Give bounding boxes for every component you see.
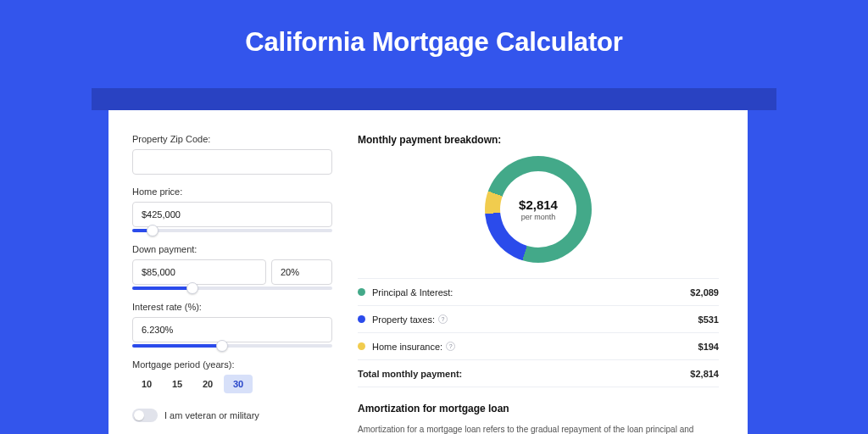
veteran-row: I am veteran or military: [132, 409, 332, 422]
donut-chart: $2,814 per month: [485, 156, 592, 263]
legend-row-insurance: Home insurance: ? $194: [358, 333, 719, 360]
donut-amount: $2,814: [519, 198, 558, 212]
form-column: Property Zip Code: Home price: Down paym…: [132, 134, 332, 434]
legend-row-total: Total monthly payment: $2,814: [358, 360, 719, 387]
interest-rate-slider[interactable]: [132, 344, 332, 348]
period-button-group: 10 15 20 30: [132, 375, 332, 393]
veteran-label: I am veteran or military: [164, 410, 259, 420]
home-price-input[interactable]: [132, 202, 332, 227]
legend-row-principal: Principal & Interest: $2,089: [358, 279, 719, 306]
total-label: Total monthly payment:: [358, 369, 462, 379]
veteran-toggle[interactable]: [132, 409, 158, 422]
amortization-section: Amortization for mortgage loan Amortizat…: [358, 403, 719, 434]
results-column: Monthly payment breakdown: $2,814 per mo…: [358, 134, 719, 434]
period-button-15[interactable]: 15: [163, 375, 192, 393]
period-button-30[interactable]: 30: [224, 375, 253, 393]
legend: Principal & Interest: $2,089 Property ta…: [358, 278, 719, 387]
field-home-price: Home price:: [132, 186, 332, 232]
breakdown-title: Monthly payment breakdown:: [358, 134, 719, 146]
page-title: California Mortgage Calculator: [0, 0, 868, 58]
slider-thumb[interactable]: [186, 282, 198, 294]
down-payment-percent-input[interactable]: [271, 259, 332, 285]
total-value: $2,814: [690, 369, 719, 379]
field-interest-rate: Interest rate (%):: [132, 302, 332, 348]
amortization-text: Amortization for a mortgage loan refers …: [358, 423, 719, 434]
dot-icon: [358, 342, 365, 350]
amortization-title: Amortization for mortgage loan: [358, 403, 719, 415]
field-down-payment: Down payment:: [132, 244, 332, 290]
donut-chart-wrap: $2,814 per month: [358, 156, 719, 263]
legend-value: $531: [698, 314, 719, 325]
home-price-slider[interactable]: [132, 229, 332, 232]
help-icon[interactable]: ?: [438, 314, 448, 324]
mortgage-period-label: Mortgage period (years):: [132, 359, 332, 370]
zip-label: Property Zip Code:: [132, 134, 332, 144]
legend-label: Home insurance:: [372, 342, 442, 352]
down-payment-amount-input[interactable]: [132, 259, 266, 285]
period-button-20[interactable]: 20: [193, 375, 222, 393]
legend-value: $2,089: [690, 287, 719, 298]
toggle-knob: [134, 410, 144, 420]
interest-rate-label: Interest rate (%):: [132, 302, 332, 312]
interest-rate-input[interactable]: [132, 317, 332, 342]
slider-thumb[interactable]: [216, 340, 228, 352]
dot-icon: [358, 288, 365, 296]
legend-value: $194: [698, 342, 719, 352]
donut-center: $2,814 per month: [500, 171, 576, 248]
donut-sublabel: per month: [521, 213, 556, 221]
down-payment-label: Down payment:: [132, 244, 332, 254]
home-price-label: Home price:: [132, 186, 332, 197]
dot-icon: [358, 315, 365, 323]
page-root: California Mortgage Calculator Property …: [0, 0, 868, 434]
slider-thumb[interactable]: [147, 225, 159, 236]
calculator-card: Property Zip Code: Home price: Down paym…: [108, 110, 748, 434]
field-mortgage-period: Mortgage period (years): 10 15 20 30: [132, 359, 332, 393]
field-zip: Property Zip Code:: [132, 134, 332, 175]
legend-row-taxes: Property taxes: ? $531: [358, 306, 719, 333]
period-button-10[interactable]: 10: [132, 375, 161, 393]
down-payment-slider[interactable]: [132, 287, 332, 290]
zip-input[interactable]: [132, 149, 332, 175]
decorative-band: [92, 88, 776, 110]
help-icon[interactable]: ?: [446, 342, 455, 351]
legend-label: Property taxes:: [372, 314, 435, 325]
legend-label: Principal & Interest:: [372, 287, 453, 298]
